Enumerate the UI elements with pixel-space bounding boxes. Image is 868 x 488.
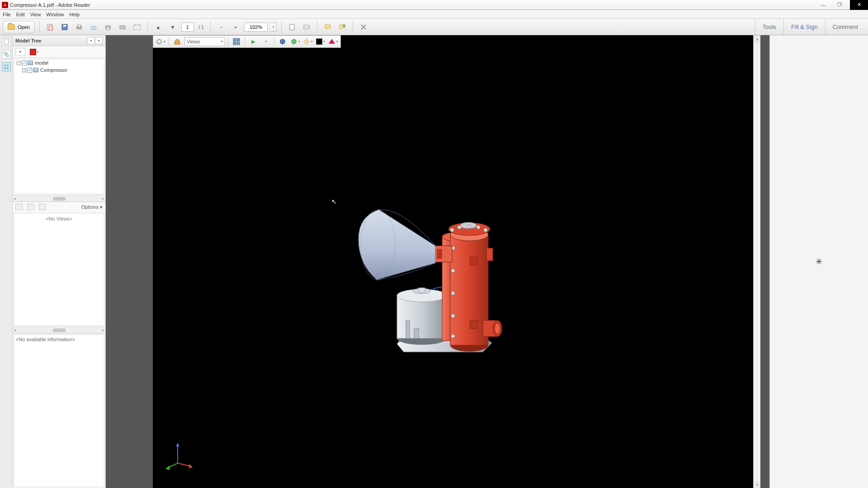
svg-rect-3 <box>63 25 66 27</box>
window-title: Compressor A.1.pdf - Adobe Reader <box>10 2 815 8</box>
minimize-button[interactable]: — <box>816 1 831 9</box>
scroll-left-icon[interactable]: ◂ <box>14 197 16 201</box>
model-tree[interactable]: − ✓ model + ✓ Compressor <box>14 59 104 194</box>
cross-section-icon[interactable] <box>328 37 339 47</box>
animation-dropdown-icon[interactable] <box>260 37 271 47</box>
comment-bubble-icon[interactable] <box>322 21 334 33</box>
svg-point-53 <box>451 334 455 338</box>
scroll-track[interactable] <box>754 42 760 481</box>
create-pdf-icon[interactable] <box>44 21 56 33</box>
views-options[interactable]: Options ▾ <box>81 204 103 210</box>
scroll-right-icon[interactable]: ▸ <box>102 197 104 201</box>
3d-viewport[interactable]: Views ▶ <box>153 35 753 488</box>
left-rail: 📎 <box>0 35 13 488</box>
tab-tools[interactable]: Tools <box>755 19 783 35</box>
cloud-icon[interactable] <box>88 21 99 33</box>
rotate-tool-icon[interactable] <box>155 37 166 47</box>
svg-marker-66 <box>189 464 193 469</box>
svg-rect-9 <box>120 26 125 29</box>
page-down-icon[interactable]: ▼ <box>167 21 179 33</box>
scroll-right-icon[interactable]: ▸ <box>102 328 104 332</box>
scroll-up-icon[interactable]: ▴ <box>754 35 760 42</box>
panel-header: Model Tree ◂ ▸ <box>13 35 105 46</box>
model-tree-panel: Model Tree ◂ ▸ ▾ ▾ − ✓ model + ✓ Compres… <box>13 35 106 488</box>
scroll-thumb[interactable] <box>53 197 66 201</box>
expand-icon[interactable]: − <box>17 61 21 65</box>
views-camera-icon[interactable] <box>39 204 46 210</box>
maximize-button[interactable]: ❐ <box>832 1 847 9</box>
tab-fill-sign[interactable]: Fill & Sign <box>783 19 825 35</box>
node-icon <box>28 61 33 65</box>
svg-point-13 <box>343 24 345 27</box>
print2-icon[interactable] <box>102 21 114 33</box>
background-color-icon[interactable] <box>315 37 326 47</box>
doc-gutter-left <box>106 35 153 488</box>
separator <box>228 37 228 46</box>
scroll-left-icon[interactable]: ◂ <box>14 328 16 332</box>
toggle-tree-icon[interactable] <box>231 37 242 47</box>
projection-icon[interactable] <box>277 37 288 47</box>
page-number-input[interactable]: 1 <box>181 23 194 32</box>
svg-point-51 <box>451 291 455 295</box>
svg-rect-40 <box>450 235 488 345</box>
vertical-scrollbar[interactable]: ▴ ▾ <box>753 35 760 488</box>
tab-comment[interactable]: Comment <box>825 19 865 35</box>
views-dropdown-label: Views <box>187 39 200 44</box>
thumbnails-icon[interactable] <box>2 37 11 46</box>
svg-rect-5 <box>78 24 80 27</box>
mail-icon[interactable] <box>131 21 143 33</box>
panel-toolbar: ▾ ▾ <box>13 46 105 58</box>
fit-width-icon[interactable] <box>301 21 312 33</box>
page-up-icon[interactable]: ▲ <box>152 21 164 33</box>
3d-model[interactable] <box>334 158 533 366</box>
open-button[interactable]: Open <box>3 21 35 33</box>
document-area: Views ▶ <box>106 35 769 488</box>
swatch-dropdown-icon[interactable]: ▾ <box>37 50 39 54</box>
menu-window[interactable]: Window <box>46 12 64 17</box>
collapse-right-icon[interactable]: ▸ <box>95 37 103 44</box>
render-mode-icon[interactable] <box>290 37 301 47</box>
menu-help[interactable]: Help <box>69 12 80 17</box>
zoom-value[interactable]: 102% <box>244 23 268 32</box>
print3-icon[interactable] <box>117 21 128 33</box>
print-icon[interactable] <box>73 21 85 33</box>
views-scrollbar[interactable]: ◂ ▸ <box>13 327 105 333</box>
read-mode-icon[interactable] <box>358 21 369 33</box>
body: 📎 Model Tree ◂ ▸ ▾ ▾ − ✓ model + <box>0 35 868 488</box>
tree-row-compressor[interactable]: + ✓ Compressor <box>14 66 104 74</box>
views-new-icon[interactable] <box>15 204 23 210</box>
highlight-icon[interactable] <box>336 21 348 33</box>
checkbox-icon[interactable]: ✓ <box>22 61 27 66</box>
menu-edit[interactable]: Edit <box>16 12 25 17</box>
expand-icon[interactable]: + <box>22 68 26 72</box>
save-icon[interactable] <box>59 21 71 33</box>
menu-view[interactable]: View <box>30 12 41 17</box>
attachments-icon[interactable]: 📎 <box>2 50 11 59</box>
scroll-down-icon[interactable]: ▾ <box>754 481 760 488</box>
collapse-left-icon[interactable]: ◂ <box>87 37 94 44</box>
tree-scrollbar[interactable]: ◂ ▸ <box>13 195 105 202</box>
zoom-dropdown[interactable]: ▾ <box>270 23 277 32</box>
tree-row-model[interactable]: − ✓ model <box>14 59 104 66</box>
fit-page-icon[interactable] <box>286 21 298 33</box>
highlight-color-swatch[interactable] <box>30 49 36 55</box>
close-button[interactable]: ✕ <box>850 0 868 10</box>
views-dropdown[interactable]: Views <box>184 37 225 46</box>
views-toolbar: Options ▾ <box>13 202 105 212</box>
zoom-in-icon[interactable]: + <box>230 21 241 33</box>
views-list: <No Views> <box>14 213 104 326</box>
zoom-out-icon[interactable]: − <box>215 21 227 33</box>
right-panel: ✳ <box>769 35 868 488</box>
play-animation-icon[interactable]: ▶ <box>248 37 259 47</box>
views-delete-icon[interactable] <box>27 204 34 210</box>
scroll-thumb[interactable] <box>53 328 66 332</box>
model-tree-icon[interactable] <box>2 62 11 71</box>
separator <box>147 21 148 33</box>
svg-point-48 <box>484 228 487 232</box>
home-view-icon[interactable] <box>172 37 183 47</box>
checkbox-icon[interactable]: ✓ <box>27 68 32 73</box>
menu-file[interactable]: File <box>3 12 11 17</box>
tree-display-dropdown[interactable]: ▾ <box>15 48 25 56</box>
lighting-icon[interactable] <box>302 37 313 47</box>
menu-bar: File Edit View Window Help <box>0 10 868 19</box>
